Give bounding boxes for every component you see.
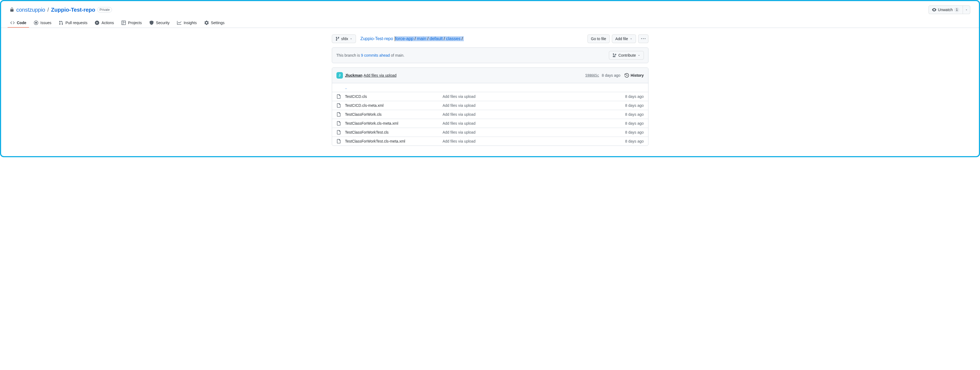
file-commit-link[interactable]: Add files via upload [443, 103, 476, 108]
file-commit-link[interactable]: Add files via upload [443, 94, 476, 98]
slash-separator: / [48, 7, 49, 13]
breadcrumb: Zuppio-Test-repo force-app / main / defa… [360, 37, 464, 41]
tab-label: Actions [102, 21, 114, 25]
file-row: TestCICD.cls-meta.xmlAdd files via uploa… [332, 101, 648, 110]
tab-label: Issues [40, 21, 51, 25]
tab-security[interactable]: Security [147, 18, 172, 28]
commit-sha-link[interactable]: 598665c [585, 73, 599, 77]
file-link[interactable]: TestClassForWorkTest.cls-meta.xml [345, 139, 405, 143]
svg-point-0 [35, 22, 37, 24]
commit-time: 8 days ago [602, 73, 620, 78]
unwatch-label: Unwatch [938, 7, 953, 13]
tab-label: Code [17, 21, 26, 25]
file-list-box: J Jluckman Add files via upload 598665c … [332, 67, 649, 146]
tab-label: Security [156, 21, 170, 25]
file-link[interactable]: TestClassForWork.cls-meta.xml [345, 121, 399, 125]
file-commit-link[interactable]: Add files via upload [443, 139, 476, 143]
parent-directory-link[interactable]: .. [345, 86, 347, 90]
parent-directory-row[interactable]: .. [332, 83, 648, 92]
file-name: TestCICD.cls [345, 94, 443, 98]
breadcrumb-part[interactable]: default [430, 37, 443, 41]
eye-icon [932, 8, 936, 12]
breadcrumb-part[interactable]: main [417, 37, 426, 41]
go-to-file-button[interactable]: Go to file [587, 35, 610, 43]
file-commit-link[interactable]: Add files via upload [443, 121, 476, 125]
history-link[interactable]: History [625, 73, 644, 78]
file-link[interactable]: TestClassForWork.cls [345, 112, 382, 117]
file-name: TestClassForWork.cls [345, 112, 443, 117]
git-pull-request-icon [612, 53, 617, 57]
breadcrumb-part[interactable]: classes [446, 37, 460, 41]
file-commit-message: Add files via upload [443, 112, 625, 117]
unwatch-button[interactable]: Unwatch 1 [929, 5, 963, 14]
pr-icon [59, 21, 63, 25]
caret-down-icon [638, 54, 640, 57]
kebab-icon [641, 37, 646, 41]
tab-actions[interactable]: Actions [92, 18, 116, 28]
tab-issues[interactable]: Issues [31, 18, 54, 28]
avatar[interactable]: J [336, 72, 343, 79]
commit-author-link[interactable]: Jluckman [345, 73, 363, 78]
branch-select-button[interactable]: sfdx [332, 35, 356, 43]
add-file-button[interactable]: Add file [612, 35, 636, 43]
commit-message-link[interactable]: Add files via upload [364, 73, 396, 78]
issues-icon [34, 21, 38, 25]
tab-insights[interactable]: Insights [174, 18, 199, 28]
file-commit-message: Add files via upload [443, 121, 625, 125]
tab-projects[interactable]: Projects [119, 18, 145, 28]
settings-icon [204, 21, 209, 25]
actions-icon [95, 21, 99, 25]
file-row: TestCICD.clsAdd files via upload8 days a… [332, 92, 648, 101]
tab-label: Projects [128, 21, 142, 25]
repo-name-link[interactable]: Zuppio-Test-repo [51, 7, 95, 13]
file-icon [336, 103, 341, 108]
tab-label: Settings [211, 21, 225, 25]
file-link[interactable]: TestCICD.cls [345, 94, 367, 98]
branch-compare-box: This branch is 9 commits ahead of main. … [332, 48, 649, 63]
latest-commit-header: J Jluckman Add files via upload 598665c … [332, 68, 648, 83]
commits-ahead-link[interactable]: 9 commits ahead [361, 53, 390, 57]
repo-owner-link[interactable]: constzuppio [16, 7, 45, 13]
file-row: TestClassForWorkTest.clsAdd files via up… [332, 128, 648, 137]
breadcrumb-part[interactable]: force-app [395, 37, 414, 41]
breadcrumb-root[interactable]: Zuppio-Test-repo [360, 37, 393, 41]
unwatch-dropdown-button[interactable] [963, 5, 970, 14]
file-icon [336, 94, 341, 98]
file-row: TestClassForWorkTest.cls-meta.xmlAdd fil… [332, 137, 648, 146]
file-time: 8 days ago [625, 103, 644, 108]
file-link[interactable]: TestCICD.cls-meta.xml [345, 103, 383, 108]
slash-separator: / [461, 37, 464, 41]
branch-name: sfdx [341, 36, 348, 41]
tab-label: Pull requests [65, 21, 87, 25]
tab-label: Insights [183, 21, 197, 25]
file-name: TestClassForWork.cls-meta.xml [345, 121, 443, 125]
file-row: TestClassForWork.cls-meta.xmlAdd files v… [332, 119, 648, 128]
repo-title: constzuppio / Zuppio-Test-repo Private [10, 7, 112, 13]
caret-down-icon [350, 37, 352, 40]
tab-settings[interactable]: Settings [202, 18, 228, 28]
watch-button-group: Unwatch 1 [929, 5, 970, 14]
file-link[interactable]: TestClassForWorkTest.cls [345, 130, 389, 135]
git-branch-icon [335, 37, 340, 41]
file-commit-link[interactable]: Add files via upload [443, 112, 476, 117]
file-commit-message: Add files via upload [443, 139, 625, 143]
more-options-button[interactable] [638, 35, 649, 43]
file-time: 8 days ago [625, 139, 644, 143]
file-commit-message: Add files via upload [443, 130, 625, 135]
file-name: TestClassForWorkTest.cls [345, 130, 443, 135]
file-commit-message: Add files via upload [443, 103, 625, 108]
file-commit-link[interactable]: Add files via upload [443, 130, 476, 135]
file-time: 8 days ago [625, 121, 644, 125]
file-icon [336, 139, 341, 143]
compare-suffix: of main. [390, 53, 404, 57]
file-commit-message: Add files via upload [443, 94, 625, 98]
slash-separator: / [414, 37, 417, 41]
file-name: TestClassForWorkTest.cls-meta.xml [345, 139, 443, 143]
file-row: TestClassForWork.clsAdd files via upload… [332, 110, 648, 119]
tab-code[interactable]: Code [8, 18, 29, 28]
contribute-button[interactable]: Contribute [609, 51, 644, 60]
file-time: 8 days ago [625, 112, 644, 117]
tab-pull-requests[interactable]: Pull requests [56, 18, 90, 28]
security-icon [150, 21, 154, 25]
file-icon [336, 112, 341, 117]
